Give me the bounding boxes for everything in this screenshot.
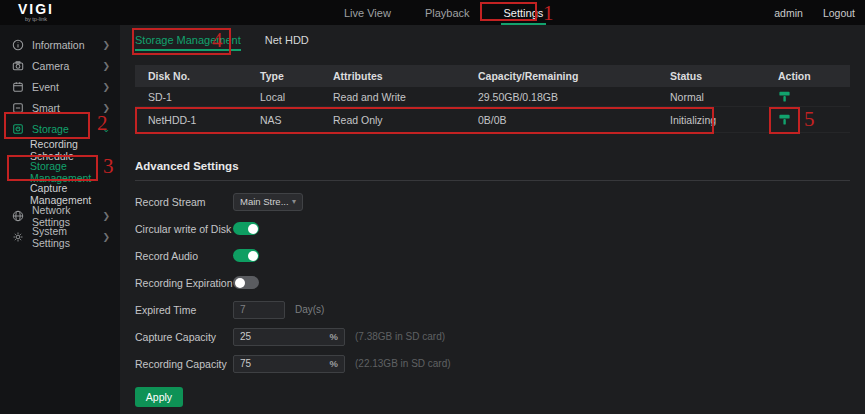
record-stream-value: Main Stre...	[240, 196, 289, 207]
expired-time-row: Expired Time Day(s)	[135, 296, 865, 323]
table-row-sd1[interactable]: SD-1 Local Read and Write 29.50GB/0.18GB…	[135, 87, 850, 107]
vigi-logo: VIGI by tp-link	[18, 2, 54, 23]
sidebar-item-label: Event	[32, 81, 59, 93]
recording-capacity-row: Recording Capacity % (22.13GB in SD card…	[135, 350, 865, 377]
sidebar-item-label: Information	[32, 39, 85, 51]
toggle-knob	[248, 251, 258, 261]
expired-time-label: Expired Time	[135, 304, 233, 316]
main-content: Storage Management Net HDD Disk No. Type…	[120, 25, 865, 414]
sidebar-item-label: Camera	[32, 60, 69, 72]
sidebar-item-capture-management[interactable]: Capture Management	[0, 183, 120, 205]
cell-disk-no: SD-1	[148, 91, 260, 103]
percent-suffix: %	[330, 358, 344, 369]
record-audio-row: Record Audio	[135, 242, 865, 269]
topbar-user-area: admin Logout	[774, 0, 855, 25]
toggle-knob	[248, 224, 258, 234]
capture-capacity-hint: (7.38GB in SD card)	[355, 331, 445, 342]
col-type: Type	[260, 70, 333, 82]
nav-settings[interactable]: Settings	[501, 0, 547, 25]
storage-icon	[12, 123, 24, 135]
recording-capacity-hint: (22.13GB in SD card)	[355, 358, 451, 369]
username[interactable]: admin	[774, 7, 803, 19]
chevron-right-icon: ❯	[102, 232, 110, 242]
expired-time-input[interactable]	[233, 301, 285, 319]
sidebar-item-event[interactable]: Event ❯	[0, 76, 120, 97]
sidebar: Information ❯ Camera ❯ Event ❯ Smart ❯ S…	[0, 25, 120, 414]
chevron-right-icon: ❯	[102, 82, 110, 92]
gear-icon	[12, 231, 24, 243]
logo-subtext: by tp-link	[18, 17, 54, 23]
cell-attributes: Read Only	[333, 114, 478, 126]
chevron-down-icon: ⌄	[102, 124, 110, 134]
top-navigation: Live View Playback Settings	[341, 0, 546, 25]
col-disk-no: Disk No.	[148, 70, 260, 82]
sidebar-subitem-label: Storage Management	[30, 160, 120, 184]
sidebar-item-network-settings[interactable]: Network Settings ❯	[0, 205, 120, 226]
info-icon	[12, 39, 24, 51]
toggle-knob	[235, 278, 245, 288]
recording-capacity-input[interactable]	[234, 358, 330, 369]
tab-net-hdd[interactable]: Net HDD	[265, 34, 309, 51]
capture-capacity-field: %	[233, 328, 345, 346]
advanced-settings-form: Record Stream Main Stre... ▾ Circular wr…	[135, 188, 865, 407]
logout-button[interactable]: Logout	[823, 7, 855, 19]
content-tabs: Storage Management Net HDD	[135, 30, 865, 54]
cell-disk-no: NetHDD-1	[148, 114, 260, 126]
capture-capacity-label: Capture Capacity	[135, 331, 233, 343]
capture-capacity-input[interactable]	[234, 331, 330, 342]
col-capacity: Capacity/Remaining	[478, 70, 670, 82]
sidebar-item-label: Storage	[32, 123, 69, 135]
circular-write-label: Circular write of Disk	[135, 223, 233, 235]
logo-text: VIGI	[18, 2, 54, 16]
record-audio-label: Record Audio	[135, 250, 233, 262]
col-status: Status	[670, 70, 778, 82]
recording-expiration-label: Recording Expiration	[135, 277, 233, 289]
network-icon	[12, 210, 24, 222]
chevron-right-icon: ❯	[102, 61, 110, 71]
cell-status: Normal	[670, 91, 778, 103]
chevron-down-icon: ▾	[292, 197, 296, 206]
cell-capacity: 0B/0B	[478, 114, 670, 126]
recording-capacity-label: Recording Capacity	[135, 358, 233, 370]
table-row-nethdd1[interactable]: NetHDD-1 NAS Read Only 0B/0B Initializin…	[135, 107, 850, 133]
sidebar-item-information[interactable]: Information ❯	[0, 34, 120, 55]
sidebar-item-label: System Settings	[32, 225, 102, 249]
chevron-right-icon: ❯	[102, 211, 110, 221]
topbar: VIGI by tp-link Live View Playback Setti…	[0, 0, 865, 25]
sidebar-item-storage-management[interactable]: Storage Management	[0, 161, 120, 183]
format-icon[interactable]	[778, 90, 850, 103]
recording-capacity-field: %	[233, 355, 345, 373]
col-action: Action	[778, 70, 850, 82]
sidebar-item-storage[interactable]: Storage ⌄	[0, 118, 120, 139]
apply-button[interactable]: Apply	[135, 387, 183, 407]
circular-write-row: Circular write of Disk	[135, 215, 865, 242]
camera-icon	[12, 60, 24, 72]
circular-write-toggle[interactable]	[233, 222, 259, 235]
record-audio-toggle[interactable]	[233, 249, 259, 262]
tab-storage-management[interactable]: Storage Management	[135, 34, 241, 51]
divider	[135, 180, 850, 181]
sidebar-item-camera[interactable]: Camera ❯	[0, 55, 120, 76]
sidebar-item-recording-schedule[interactable]: Recording Schedule	[0, 139, 120, 161]
record-stream-row: Record Stream Main Stre... ▾	[135, 188, 865, 215]
chevron-right-icon: ❯	[102, 103, 110, 113]
sidebar-subitem-label: Recording Schedule	[30, 138, 120, 162]
recording-expiration-toggle[interactable]	[233, 276, 259, 289]
chevron-right-icon: ❯	[102, 40, 110, 50]
sidebar-item-smart[interactable]: Smart ❯	[0, 97, 120, 118]
cell-capacity: 29.50GB/0.18GB	[478, 91, 670, 103]
cell-status: Initializing	[670, 114, 778, 126]
expired-time-unit: Day(s)	[295, 304, 324, 315]
nav-playback[interactable]: Playback	[422, 0, 473, 25]
event-icon	[12, 81, 24, 93]
sidebar-subitem-label: Capture Management	[30, 182, 120, 206]
nav-live-view[interactable]: Live View	[341, 0, 394, 25]
cell-type: NAS	[260, 114, 333, 126]
record-stream-select[interactable]: Main Stre... ▾	[233, 193, 303, 211]
smart-icon	[12, 102, 24, 114]
capture-capacity-row: Capture Capacity % (7.38GB in SD card)	[135, 323, 865, 350]
format-icon[interactable]	[778, 113, 850, 126]
advanced-settings-title: Advanced Settings	[135, 160, 865, 172]
sidebar-item-label: Smart	[32, 102, 60, 114]
sidebar-item-system-settings[interactable]: System Settings ❯	[0, 226, 120, 247]
